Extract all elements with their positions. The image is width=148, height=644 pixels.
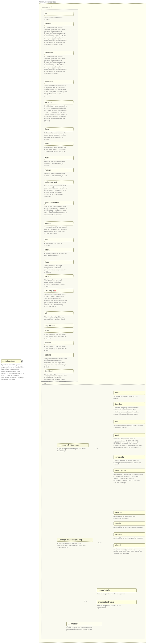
node-hierarchyInfo: hierarchyInfoRepresents the position of … [114, 468, 145, 484]
attr-other1: any##other [44, 324, 74, 328]
node-broader: broaderAn identifier of a more generic c… [114, 522, 145, 528]
attr-literal: literalA concept identifier expressed as… [44, 248, 74, 257]
node-personDetails: personDetailsA set of properties specifi… [97, 588, 137, 595]
attr-type: typeThe type of the concept assigned as … [44, 260, 74, 273]
node-definition: definitionA natural language definition … [114, 402, 145, 415]
attr-role: roleA refinement of the semantics of the… [44, 328, 74, 340]
attr-how: howIndicates by which means the value wa… [44, 127, 74, 140]
attr-modified: modifiedThe date (and, optionally, the t… [44, 80, 74, 97]
attr-jobtitle: jobtitleThe job title of the person who … [44, 353, 74, 368]
root-node: metadataCreatorSpecifies the entity (per… [1, 359, 22, 381]
node-related: relatedA related concept, where the rela… [114, 543, 145, 554]
attr-whyuri: whyuriWhy the metadata has been included… [44, 168, 74, 177]
attr-pubconstrainturi: pubconstrainturiOne or many constraints … [44, 201, 74, 216]
attr-id: idThe local identifier of the property. [44, 12, 74, 20]
node-organisationDetails: organisationDetailsA set of properties s… [97, 600, 137, 609]
node-remoteInfo: remoteInfoA link to an item or a web res… [114, 455, 145, 466]
attributes-header: attributes [41, 6, 52, 9]
group-conceptrelationships: ConceptRelationshipsGroupA group of prop… [57, 538, 93, 548]
attr-jobtitleuri: jobtitleuriThe job title of the person w… [44, 370, 74, 384]
attr-xmllang: xml:langSpecifies the language of this p… [44, 289, 74, 308]
attr-uri: uriA URI which identifies a concept. [44, 238, 74, 247]
attr-custom: customIf set to true the corresponding p… [44, 100, 74, 122]
node-facet: facetIn NAR 1.8 and later: facet is depr… [114, 433, 145, 448]
type-label: FlexAuthorPropType [39, 1, 56, 3]
attr-roleuri: roleuriA refinement of the semantics of … [44, 341, 74, 352]
node-other-extension: any##otherExtension point for provider-d… [66, 622, 102, 631]
node-note: noteAdditional natural language informat… [114, 420, 145, 429]
node-sameAs: sameAsAn identifier of a concept with eq… [114, 510, 145, 520]
attr-typeuri: typeuriThe type of the concept assigned … [44, 274, 74, 288]
node-name: nameA natural language name for the conc… [114, 391, 145, 400]
attr-dir: dirThe directionality of textual content… [44, 312, 74, 320]
attr-howuri: howuriIndicates by which means the value… [44, 142, 74, 152]
attr-creatoruri: creatoruriIf the property value is not d… [44, 51, 74, 74]
attr-pubconstraint: pubconstraintOne or many constraints tha… [44, 180, 74, 198]
attr-creator: creatorIf the property value is not defi… [44, 22, 74, 46]
node-narrower: narrowerAn identifier of a more specific… [114, 532, 145, 539]
attr-qcode: qcodeA concept identifier expressed as a… [44, 222, 74, 234]
attr-why: whyWhy the metadata has been included - … [44, 156, 74, 167]
group-conceptdefinition: ConceptDefinitionGroupA group of propert… [57, 443, 89, 452]
